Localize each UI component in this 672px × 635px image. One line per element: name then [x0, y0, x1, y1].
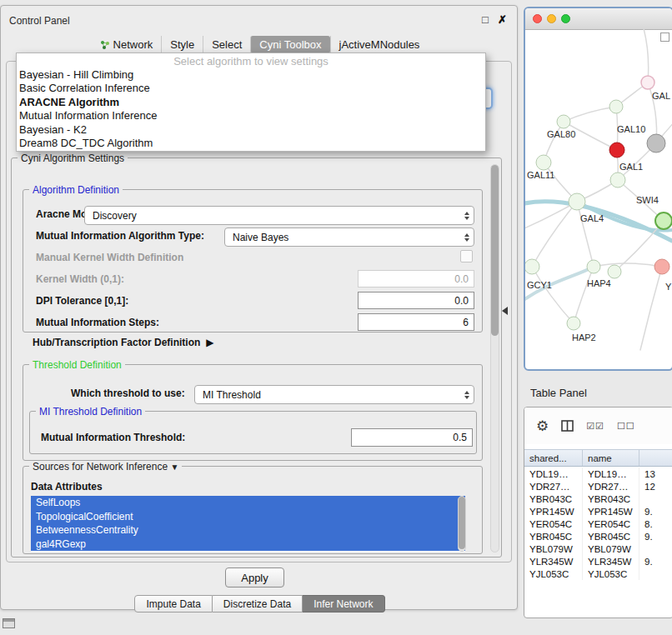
tab-select[interactable]: Select	[203, 36, 250, 53]
node-gal11[interactable]	[536, 155, 551, 170]
network-canvas[interactable]: GALGAL80GAL10GAL11GAL1SWI4GAL4GCY1HAP4HA…	[525, 29, 672, 371]
bottom-tab-discretize-data[interactable]: Discretize Data	[213, 595, 303, 612]
network-edge	[525, 202, 577, 231]
kernel-width-field[interactable]: 0.0	[358, 270, 474, 288]
tab-style[interactable]: Style	[161, 36, 203, 53]
table-cell: YJL053C	[583, 568, 639, 580]
table-cell: YDR27…	[524, 480, 583, 492]
mi-threshold-label: Mutual Information Threshold:	[41, 432, 185, 443]
node-hap4[interactable]	[587, 260, 600, 273]
data-attribute-item[interactable]: gal4RGexp	[31, 538, 465, 552]
node-gcy1[interactable]	[525, 259, 539, 274]
restore-window-icon[interactable]: □	[482, 14, 489, 26]
algorithm-option[interactable]: Mutual Information Inference	[17, 109, 485, 122]
network-view-window: GALGAL80GAL10GAL11GAL1SWI4GAL4GCY1HAP4HA…	[524, 7, 672, 371]
table-cell: YBR043C	[524, 492, 583, 505]
mi-threshold-field[interactable]: 0.5	[351, 428, 473, 447]
table-toolbar: ⚙ ☑☑ ☐☐	[524, 408, 672, 444]
column-header[interactable]: shared...	[524, 450, 583, 466]
algorithm-dropdown-popup: Select algorithm to view settings Bayesi…	[16, 52, 486, 152]
table-row[interactable]: YLR345WYLR345W9.	[524, 555, 672, 568]
docked-panel-icon[interactable]	[3, 618, 15, 628]
tab-label: jActiveMNodules	[339, 38, 420, 51]
close-window-icon[interactable]: ✗	[498, 14, 507, 26]
apply-button[interactable]: Apply	[225, 568, 284, 588]
algorithm-option[interactable]: ARACNE Algorithm	[17, 96, 485, 109]
column-header[interactable]: name	[583, 450, 639, 466]
tab-cyni-toolbox[interactable]: Cyni Toolbox	[250, 36, 329, 53]
mi-steps-label: Mutual Information Steps:	[36, 317, 159, 328]
tab-network[interactable]: Network	[92, 36, 162, 53]
node-gray[interactable]	[647, 134, 665, 152]
table-cell: 9.	[639, 530, 672, 542]
table-row[interactable]: YPR145WYPR145W9.	[524, 505, 672, 518]
table-row[interactable]: YDR27…YDR27…12	[524, 480, 672, 492]
table-cell: YPR145W	[583, 505, 639, 518]
mi-steps-field[interactable]: 6	[358, 313, 474, 331]
columns-icon[interactable]	[561, 420, 574, 432]
close-traffic-light-icon[interactable]	[533, 14, 542, 23]
node-pink[interactable]	[641, 76, 654, 89]
node-gal1[interactable]	[610, 172, 625, 188]
overview-toggle-box[interactable]	[660, 32, 669, 42]
minimize-traffic-light-icon[interactable]	[547, 14, 556, 23]
tab-label: Style	[170, 38, 194, 51]
data-attribute-item[interactable]: TopologicalCoefficient	[31, 510, 465, 524]
aracne-mode-select[interactable]: Discovery	[84, 206, 474, 225]
data-attribute-item[interactable]: BetweennessCentrality	[31, 523, 465, 538]
table-row[interactable]: YJL053CYJL053C	[524, 568, 672, 580]
split-collapse-left-icon[interactable]	[502, 307, 508, 315]
algorithm-option[interactable]: Bayesian - K2	[17, 123, 485, 137]
dpi-tolerance-label: DPI Tolerance [0,1]:	[36, 295, 128, 307]
network-edge	[594, 263, 662, 267]
data-attribute-item[interactable]: SelfLoops	[31, 496, 465, 510]
combo-arrows-icon	[464, 233, 469, 242]
algorithm-option[interactable]: Basic Correlation Inference	[17, 82, 485, 95]
table-panel-window: ⚙ ☑☑ ☐☐ shared...name YDL19…YDL19…13YDR2…	[524, 407, 672, 618]
dpi-tolerance-field[interactable]: 0.0	[358, 292, 474, 309]
node-gal4[interactable]	[569, 193, 585, 210]
bottom-tab-impute-data[interactable]: Impute Data	[134, 595, 212, 612]
bottom-tab-bar: Impute DataDiscretize DataInfer Network	[1, 595, 519, 612]
attributes-scrollbar-thumb[interactable]	[459, 497, 465, 549]
settings-scrollbar-thumb[interactable]	[491, 165, 499, 336]
table-row[interactable]: YDL19…YDL19…13	[524, 468, 672, 480]
tab-label: Select	[212, 38, 242, 51]
node-label: HAP2	[572, 332, 596, 342]
column-header[interactable]	[639, 450, 672, 466]
bottom-tab-infer-network[interactable]: Infer Network	[303, 595, 384, 612]
table-row[interactable]: YBR045CYBR045C9.	[524, 530, 672, 542]
gear-icon[interactable]: ⚙	[536, 418, 549, 435]
node-green-highlight[interactable]	[655, 212, 672, 229]
table-body: YDL19…YDL19…13YDR27…YDR27…12YBR043CYBR04…	[524, 468, 672, 580]
sources-legend-toggle[interactable]: Sources for Network Inference ▼	[29, 461, 182, 472]
tab-label: Cyni Toolbox	[259, 38, 321, 51]
network-edge	[577, 202, 594, 267]
kernel-width-label: Kernel Width (0,1):	[36, 273, 124, 285]
cyni-settings-legend: Cyni Algorithm Settings	[18, 152, 128, 164]
hub-definition-label: Hub/Transcription Factor Definition	[33, 337, 200, 348]
which-threshold-select[interactable]: MI Threshold	[194, 385, 474, 404]
table-row[interactable]: YER054CYER054C8.	[524, 518, 672, 530]
network-window-titlebar[interactable]	[525, 8, 672, 30]
node-gal80[interactable]	[557, 115, 570, 128]
table-header-row: shared...name	[524, 449, 672, 467]
algorithm-option[interactable]: Bayesian - Hill Climbing	[17, 68, 485, 82]
manual-kernel-checkbox[interactable]	[460, 250, 473, 262]
deselect-all-icon[interactable]: ☐☐	[617, 421, 635, 432]
node-hap2[interactable]	[567, 317, 580, 330]
node-plain-2[interactable]	[608, 265, 621, 278]
node-red[interactable]	[609, 142, 624, 158]
algorithm-option[interactable]: Dream8 DC_TDC Algorithm	[17, 137, 485, 150]
threshold-definition-legend: Threshold Definition	[29, 359, 125, 371]
select-all-icon[interactable]: ☑☑	[586, 421, 604, 432]
hub-definition-toggle[interactable]: Hub/Transcription Factor Definition ▶	[33, 337, 214, 348]
network-icon	[100, 40, 110, 50]
table-row[interactable]: YBL079WYBL079W	[524, 542, 672, 555]
node-plain-1[interactable]	[609, 100, 623, 113]
mi-type-select[interactable]: Naive Bayes	[224, 228, 474, 247]
table-row[interactable]: YBR043CYBR043C	[524, 492, 672, 505]
node-salmon[interactable]	[654, 259, 669, 274]
tab-jactivemnodules[interactable]: jActiveMNodules	[330, 36, 429, 53]
zoom-traffic-light-icon[interactable]	[561, 14, 570, 23]
